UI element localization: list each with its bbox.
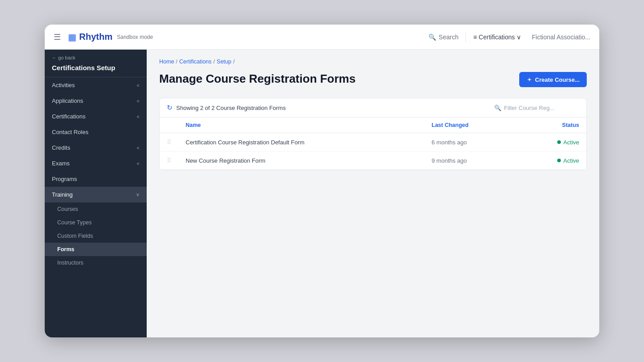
refresh-icon[interactable]: ↻ [167, 104, 173, 112]
filter-input[interactable] [504, 105, 579, 111]
certifications-menu[interactable]: ≡ Certifications ∨ [473, 34, 521, 41]
table-row[interactable]: ⠿ Certification Course Registration Defa… [160, 133, 586, 152]
form-name: New Course Registration Form [178, 152, 424, 170]
sidebar: ← go back Certifications Setup Activitie… [45, 50, 147, 337]
breadcrumb-certifications[interactable]: Certifications [179, 59, 212, 65]
create-button[interactable]: ＋ Create Course... [519, 72, 587, 87]
sidebar-sub-item-instructors[interactable]: Instructors [45, 256, 147, 269]
sidebar-item-label: Training [52, 191, 72, 198]
sidebar-item-programs[interactable]: Programs [45, 171, 147, 187]
search-label: Search [439, 34, 458, 41]
chevron-down-icon: ∨ [136, 192, 140, 198]
count-text: Showing 2 of 2 Course Registration Forms [176, 105, 286, 111]
page-title: Manage Course Registration Forms [159, 72, 356, 86]
sidebar-back[interactable]: ← go back [45, 50, 147, 62]
logo-text: Rhythm [79, 32, 112, 42]
sidebar-item-applications[interactable]: Applications < [45, 93, 147, 109]
breadcrumb: Home / Certifications / Setup / [159, 59, 587, 65]
chevron-left-icon: < [137, 145, 140, 151]
drag-handle: ⠿ [160, 152, 178, 170]
chevron-left-icon: < [137, 98, 140, 104]
logo: ▦ Rhythm Sandbox mode [68, 32, 153, 42]
status-cell: Active [519, 152, 586, 170]
table-filter: 🔍 [494, 105, 579, 111]
sidebar-item-credits[interactable]: Credits < [45, 140, 147, 156]
form-name: Certification Course Registration Defaul… [178, 133, 424, 152]
filter-search-icon: 🔍 [494, 105, 501, 111]
sidebar-item-certifications[interactable]: Certifications < [45, 109, 147, 124]
last-changed: 9 months ago [424, 152, 519, 170]
sidebar-item-label: Certifications [52, 113, 85, 120]
status-label: Active [564, 157, 579, 164]
drag-handle: ⠿ [160, 133, 178, 152]
sidebar-item-training[interactable]: Training ∨ [45, 187, 147, 202]
status-badge: Active [526, 139, 579, 146]
col-name-header[interactable]: Name [178, 118, 424, 133]
table-count: ↻ Showing 2 of 2 Course Registration For… [167, 104, 286, 112]
col-status-header[interactable]: Status [519, 118, 586, 133]
sidebar-item-label: Credits [52, 144, 70, 151]
certifications-chevron-icon: ∨ [517, 34, 521, 41]
content-area: Home / Certifications / Setup / Manage C… [147, 50, 599, 337]
sidebar-item-exams[interactable]: Exams < [45, 156, 147, 171]
table-row[interactable]: ⠿ New Course Registration Form 9 months … [160, 152, 586, 170]
table-panel: ↻ Showing 2 of 2 Course Registration For… [159, 98, 587, 170]
forms-table: Name Last Changed Status ⠿ Certification… [160, 118, 586, 170]
table-toolbar: ↻ Showing 2 of 2 Course Registration For… [160, 98, 586, 118]
page-header: Manage Course Registration Forms ＋ Creat… [159, 72, 587, 87]
breadcrumb-sep: / [233, 59, 234, 65]
search-button[interactable]: 🔍 Search [428, 34, 458, 41]
sidebar-item-label: Exams [52, 160, 70, 167]
certifications-icon: ≡ [473, 34, 477, 41]
sidebar-item-label: Activities [52, 82, 75, 88]
status-cell: Active [519, 133, 586, 152]
sidebar-sub-item-course-types[interactable]: Course Types [45, 216, 147, 229]
last-changed: 6 months ago [424, 133, 519, 152]
topnav: ☰ ▦ Rhythm Sandbox mode 🔍 Search ≡ Certi… [45, 25, 599, 50]
sidebar-sub-item-custom-fields[interactable]: Custom Fields [45, 229, 147, 243]
sidebar-sub-item-forms[interactable]: Forms [45, 243, 147, 256]
col-last-changed-header[interactable]: Last Changed [424, 118, 519, 133]
sidebar-item-label: Contact Roles [52, 129, 89, 135]
hamburger-icon[interactable]: ☰ [54, 32, 61, 42]
create-button-label: Create Course... [535, 76, 580, 83]
chevron-left-icon: < [137, 114, 140, 119]
status-badge: Active [526, 157, 579, 164]
chevron-left-icon: < [137, 83, 140, 88]
breadcrumb-sep: / [213, 59, 215, 65]
breadcrumb-sep: / [176, 59, 177, 65]
org-label: Fictional Associatio... [532, 34, 590, 41]
status-dot [557, 159, 561, 162]
breadcrumb-home[interactable]: Home [159, 59, 174, 65]
search-icon: 🔍 [428, 34, 436, 41]
sandbox-label: Sandbox mode [117, 34, 153, 40]
nav-divider [466, 32, 466, 42]
sidebar-item-label: Applications [52, 97, 83, 104]
sidebar-item-contact-roles[interactable]: Contact Roles [45, 124, 147, 140]
status-label: Active [564, 139, 579, 146]
plus-icon: ＋ [526, 76, 532, 84]
chevron-left-icon: < [137, 161, 140, 166]
sidebar-title: Certifications Setup [45, 62, 147, 77]
logo-icon: ▦ [68, 32, 76, 42]
certifications-label: Certifications [479, 34, 515, 41]
sidebar-item-activities[interactable]: Activities < [45, 77, 147, 93]
col-drag [160, 118, 178, 133]
status-dot [557, 140, 561, 144]
breadcrumb-setup[interactable]: Setup [217, 59, 232, 65]
sidebar-item-label: Programs [52, 176, 77, 182]
sidebar-sub-item-courses[interactable]: Courses [45, 202, 147, 216]
table-header-row: Name Last Changed Status [160, 118, 586, 133]
